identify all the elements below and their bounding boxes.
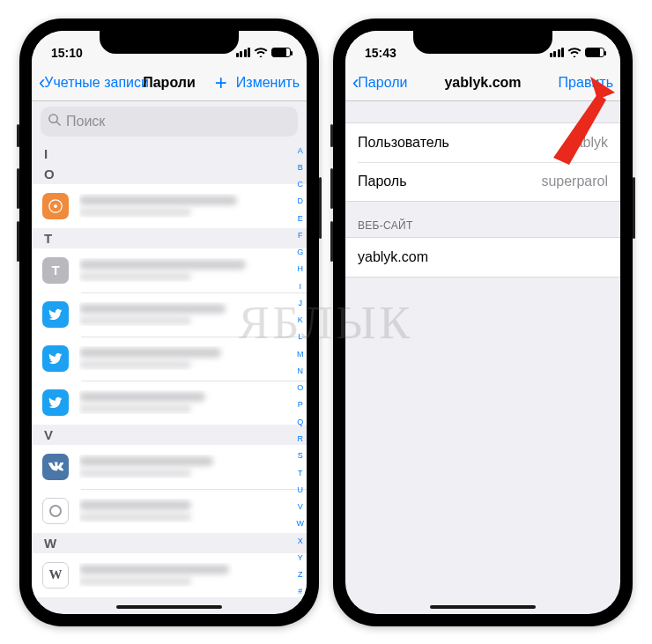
back-label: Учетные записи [44, 75, 149, 91]
section-t: T [32, 228, 307, 248]
section-w: W [32, 533, 307, 553]
search-icon [48, 113, 61, 130]
search-placeholder: Поиск [66, 114, 105, 130]
section-o: O [32, 164, 307, 184]
screen-right: 15:43 ‹ Пароли yablyk.com Править [345, 31, 620, 614]
add-button[interactable]: + [215, 70, 227, 95]
navbar: ‹ Пароли yablyk.com Править [345, 66, 620, 101]
username-cell[interactable]: Пользователь yablyk [345, 123, 620, 162]
cell-signal-icon [236, 48, 251, 57]
password-cell[interactable]: Пароль superparol [358, 162, 620, 201]
app-icon [42, 193, 69, 219]
username-label: Пользователь [358, 135, 449, 151]
phone-right: 15:43 ‹ Пароли yablyk.com Править [333, 19, 633, 626]
notch [413, 31, 552, 54]
section-v: V [32, 425, 307, 445]
home-indicator[interactable] [116, 605, 222, 609]
list-item[interactable] [32, 184, 307, 228]
password-list[interactable]: ABCDEFGHIJKLMNOPQRSTUVWXYZ# I O T T [32, 144, 307, 602]
screen-left: 15:10 ‹ Учетные записи Пароли + Изм [32, 31, 307, 614]
status-time: 15:43 [365, 46, 396, 60]
status-icons [236, 46, 292, 60]
password-label: Пароль [358, 174, 407, 189]
credentials-group: Пользователь yablyk Пароль superparol [345, 122, 620, 202]
wifi-icon [254, 46, 268, 60]
svg-point-3 [54, 204, 57, 208]
app-icon [42, 498, 69, 524]
vk-icon [42, 454, 69, 480]
list-item[interactable] [32, 445, 307, 489]
edit-button[interactable]: Изменить [236, 75, 300, 91]
website-group: yablyk.com [345, 237, 620, 278]
edit-button[interactable]: Править [559, 75, 613, 91]
back-label: Пароли [358, 75, 407, 91]
website-cell[interactable]: yablyk.com [345, 238, 620, 277]
list-item[interactable] [32, 337, 307, 381]
battery-icon [585, 48, 604, 57]
twitter-icon [42, 389, 69, 416]
phone-left: 15:10 ‹ Учетные записи Пароли + Изм [19, 19, 319, 626]
cell-signal-icon [550, 48, 565, 57]
navbar: ‹ Учетные записи Пароли + Изменить [32, 66, 307, 101]
twitter-icon [42, 345, 69, 372]
username-value: yablyk [568, 135, 608, 151]
twitter-icon [42, 301, 69, 328]
wifi-icon [567, 46, 582, 60]
section-i: I [32, 144, 307, 164]
website-value: yablyk.com [358, 249, 428, 265]
list-item[interactable]: T [32, 248, 307, 292]
list-item[interactable] [32, 489, 307, 533]
status-time: 15:10 [51, 46, 83, 60]
website-header: ВЕБ-САЙТ [345, 202, 620, 237]
notch [100, 31, 239, 54]
svg-line-1 [56, 122, 60, 125]
app-icon: T [42, 257, 69, 284]
back-button[interactable]: ‹ Пароли [352, 73, 407, 93]
list-item[interactable]: W [32, 553, 307, 597]
index-bar[interactable]: ABCDEFGHIJKLMNOPQRSTUVWXYZ# [297, 147, 305, 596]
password-value: superparol [541, 174, 608, 189]
section-y: Y [32, 597, 307, 602]
battery-icon [271, 48, 291, 57]
back-button[interactable]: ‹ Учетные записи [39, 73, 149, 93]
list-item[interactable] [32, 292, 307, 337]
list-item[interactable] [32, 381, 307, 425]
wikipedia-icon: W [42, 562, 69, 588]
home-indicator[interactable] [430, 605, 536, 609]
status-icons [550, 46, 605, 60]
search-input[interactable]: Поиск [41, 107, 298, 137]
